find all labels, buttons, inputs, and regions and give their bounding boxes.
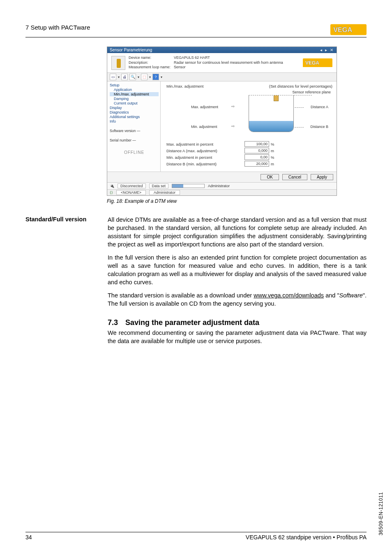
- tree-info[interactable]: Info: [110, 119, 159, 123]
- plug-icon: 🔌: [110, 184, 114, 188]
- subsection-heading: 7.3 Saving the parameter adjustment data: [108, 318, 259, 327]
- admin-cell: Administrator: [149, 190, 180, 195]
- nav-tree: Setup Application Min./max. adjustment D…: [107, 81, 161, 172]
- tree-application[interactable]: Application: [110, 88, 159, 92]
- product-name: VEGAPULS 62 standpipe version • Profibus…: [246, 534, 367, 541]
- device-info-row: Device name:VEGAPULS 62 HART Description…: [107, 53, 337, 73]
- body-text: All device DTMs are available as a free-…: [108, 216, 367, 313]
- download-link[interactable]: www.vega.com/downloads: [254, 292, 324, 299]
- min-pct-input[interactable]: 0,00: [244, 154, 269, 160]
- arrow-icon: ⇨: [231, 124, 235, 128]
- download-paragraph: The standard version is available as a d…: [108, 291, 367, 308]
- progress-bar: [172, 184, 205, 188]
- toolbar-btn[interactable]: ⬚: [141, 74, 148, 80]
- toolbar-btn[interactable]: 🖨: [121, 74, 128, 80]
- panel-subheading: (Set distances for level percentages): [269, 84, 332, 88]
- dist-b-input[interactable]: 20,000: [244, 161, 269, 167]
- window-titlebar: Sensor Parametrierung ◂ ▸ ✕: [107, 47, 337, 53]
- tree-minmax[interactable]: Min./max. adjustment: [110, 92, 159, 96]
- subsection-body: We recommend documenting or saving the p…: [108, 329, 367, 345]
- vega-logo-small-icon: VEGA: [303, 58, 332, 67]
- status-dataset: Data set: [149, 183, 169, 188]
- panel-heading: Min./max. adjustment: [166, 84, 203, 88]
- figure-caption: Fig. 18: Example of a DTM view: [107, 198, 367, 204]
- toolbar: ▭▾ 🖨 🔍▾ ⬚▾ ?▾: [107, 73, 337, 81]
- serial-number: Serial number —: [110, 138, 159, 142]
- section-header: 7 Setup with PACTware: [25, 24, 90, 31]
- cancel-button[interactable]: Cancel: [282, 174, 307, 180]
- toolbar-help-icon[interactable]: ?: [152, 74, 159, 80]
- toolbar-btn[interactable]: ▭: [110, 74, 116, 80]
- window-title: Sensor Parametrierung: [110, 48, 152, 52]
- page-header: 7 Setup with PACTware VEGA: [25, 24, 367, 37]
- vega-logo-icon: VEGA: [330, 24, 367, 35]
- status-bar: 🔌 Disconnected Data set Administrator: [107, 182, 337, 189]
- adjustment-diagram: Sensor reference plane Max. adjustment ⇨…: [166, 90, 332, 139]
- tree-damping[interactable]: Damping: [110, 97, 159, 101]
- doc-code: 36509-EN-121011: [378, 492, 384, 536]
- dist-a-input[interactable]: 0,000: [244, 148, 269, 153]
- page-footer: 34 VEGAPULS 62 standpipe version • Profi…: [25, 532, 367, 541]
- tree-display[interactable]: Display: [110, 106, 159, 110]
- toolbar-btn[interactable]: 🔍: [129, 74, 136, 80]
- main-panel: Min./max. adjustment (Set distances for …: [161, 81, 337, 172]
- status-admin: Administrator: [208, 184, 230, 188]
- side-heading: Standard/Full version: [25, 216, 99, 313]
- tree-current[interactable]: Current output: [110, 101, 159, 105]
- status-bar-2: ⟨⟩ <NONAME> Administrator: [107, 189, 337, 195]
- link-icon: ⟨⟩: [110, 190, 113, 195]
- apply-button[interactable]: Apply: [311, 174, 333, 180]
- button-row: OK Cancel Apply: [107, 172, 337, 182]
- tree-additional[interactable]: Additional settings: [110, 115, 159, 119]
- status-disconnected: Disconnected: [118, 183, 146, 188]
- ok-button[interactable]: OK: [261, 174, 279, 180]
- window-controls-icon: ◂ ▸ ✕: [320, 48, 334, 52]
- page-number: 34: [25, 534, 32, 541]
- adjustment-fields: Max. adjustment in percent 100,00 % Dist…: [166, 141, 332, 167]
- svg-text:VEGA: VEGA: [333, 26, 352, 33]
- device-labels: Device name:VEGAPULS 62 HART Description…: [129, 56, 283, 70]
- software-version: Software version —: [110, 129, 159, 133]
- max-pct-input[interactable]: 100,00: [244, 141, 269, 147]
- tree-diagnostics[interactable]: Diagnostics: [110, 110, 159, 114]
- tree-setup[interactable]: Setup: [110, 83, 159, 87]
- arrow-icon: ⇨: [231, 104, 235, 109]
- vessel-icon: [249, 95, 294, 132]
- device-thumb-icon: [111, 56, 125, 70]
- svg-text:VEGA: VEGA: [305, 60, 319, 66]
- offline-label: OFFLINE: [110, 150, 159, 155]
- dtm-screenshot: Sensor Parametrierung ◂ ▸ ✕ Device name:…: [107, 46, 337, 196]
- noname-cell: <NONAME>: [116, 190, 146, 195]
